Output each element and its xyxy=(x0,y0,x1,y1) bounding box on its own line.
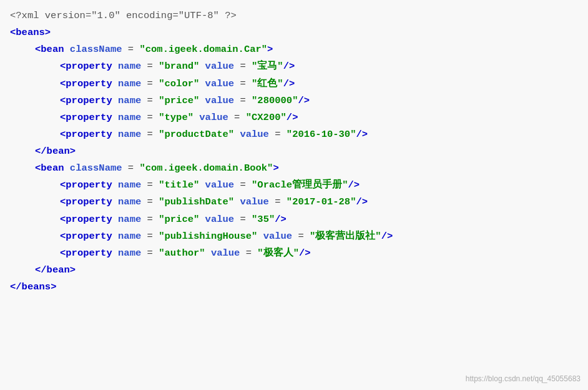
code-line-prop-publishdate: <property name = "publishDate" value = "… xyxy=(10,194,578,211)
code-line-prop-type: <property name = "type" value = "CX200"/… xyxy=(10,109,578,126)
code-line-prop-title: <property name = "title" value = "Oracle… xyxy=(10,177,578,194)
code-line-xml-decl: <?xml version="1.0" encoding="UTF-8" ?> xyxy=(10,8,578,24)
code-line-bean2-close: </bean> xyxy=(10,262,578,279)
code-line-bean1-open: <bean className = "com.igeek.domain.Car"… xyxy=(10,41,578,58)
watermark: https://blog.csdn.net/qq_45055683 xyxy=(466,372,581,385)
code-line-prop-color: <property name = "color" value = "红色"/> xyxy=(10,76,578,92)
code-line-prop-productdate: <property name = "productDate" value = "… xyxy=(10,126,578,143)
code-line-beans-close: </beans> xyxy=(10,279,578,296)
code-line-prop-publishinghouse: <property name = "publishingHouse" value… xyxy=(10,228,578,245)
code-line-bean2-open: <bean className = "com.igeek.domain.Book… xyxy=(10,160,578,177)
code-line-prop-author: <property name = "author" value = "极客人"/… xyxy=(10,245,578,262)
code-line-prop-brand: <property name = "brand" value = "宝马"/> xyxy=(10,58,578,75)
code-line-prop-price2: <property name = "price" value = "35"/> xyxy=(10,211,578,228)
code-line-bean1-close: </bean> xyxy=(10,143,578,160)
code-container: <?xml version="1.0" encoding="UTF-8" ?><… xyxy=(0,0,588,390)
code-line-prop-price1: <property name = "price" value = "280000… xyxy=(10,92,578,109)
code-line-beans-open: <beans> xyxy=(10,24,578,41)
